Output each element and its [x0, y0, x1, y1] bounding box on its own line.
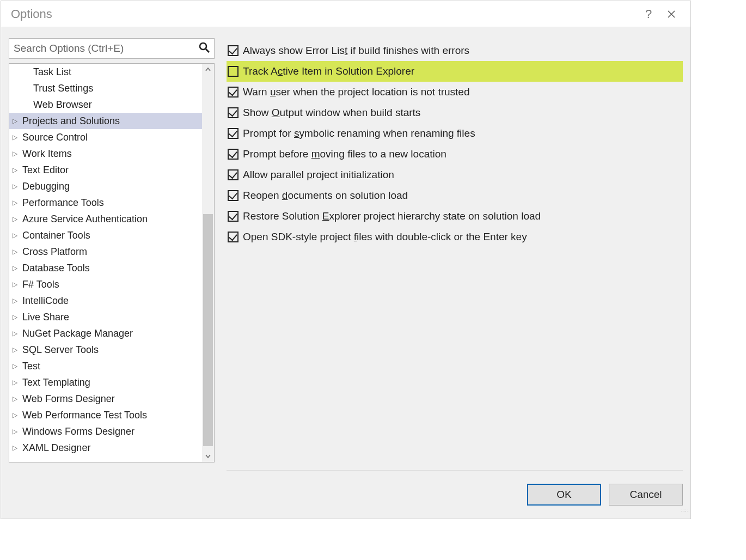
checkbox[interactable]	[228, 87, 239, 98]
tree-item-label: Azure Service Authentication	[22, 214, 148, 225]
tree-item[interactable]: ▷Projects and Solutions	[9, 113, 202, 129]
tree-item[interactable]: ▷Cross Platform	[9, 244, 202, 260]
tree-item[interactable]: ▷IntelliCode	[9, 293, 202, 309]
help-icon[interactable]: ?	[637, 3, 660, 26]
setting-label[interactable]: Warn user when the project location is n…	[243, 86, 469, 98]
search-box[interactable]	[9, 38, 215, 59]
tree-item[interactable]: ▷Text Editor	[9, 162, 202, 178]
checkbox[interactable]	[228, 45, 239, 56]
options-tree: Task ListTrust SettingsWeb Browser▷Proje…	[9, 63, 215, 462]
close-icon[interactable]	[660, 3, 683, 26]
tree-item-label: Container Tools	[22, 230, 90, 241]
tree-item[interactable]: ▷XAML Designer	[9, 440, 202, 456]
tree-item[interactable]: ▷NuGet Package Manager	[9, 325, 202, 342]
expander-icon[interactable]: ▷	[13, 248, 19, 255]
tree-item-label: Live Share	[22, 312, 69, 323]
expander-icon[interactable]: ▷	[13, 346, 19, 354]
tree-item-label: NuGet Package Manager	[22, 328, 133, 339]
setting-label[interactable]: Reopen documents on solution load	[243, 190, 408, 202]
setting-label[interactable]: Allow parallel project initialization	[243, 169, 394, 181]
tree-item[interactable]: ▷Windows Forms Designer	[9, 423, 202, 440]
expander-icon[interactable]: ▷	[13, 411, 19, 419]
expander-icon[interactable]: ▷	[13, 362, 19, 370]
tree-item[interactable]: Web Browser	[9, 96, 202, 113]
expander-icon[interactable]: ▷	[13, 444, 19, 452]
tree-item[interactable]: ▷Azure Service Authentication	[9, 211, 202, 227]
expander-icon[interactable]: ▷	[13, 281, 19, 288]
scroll-up-icon[interactable]	[202, 64, 214, 76]
tree-item[interactable]: ▷Source Control	[9, 129, 202, 145]
tree-item[interactable]: ▷Container Tools	[9, 227, 202, 244]
cancel-button[interactable]: Cancel	[609, 484, 683, 506]
tree-item[interactable]: ▷Debugging	[9, 178, 202, 194]
search-icon[interactable]	[199, 42, 210, 56]
tree-item[interactable]: ▷SQL Server Tools	[9, 342, 202, 358]
resize-grip-icon[interactable]: ∷∷	[681, 509, 689, 517]
tree-item[interactable]: Trust Settings	[9, 80, 202, 96]
expander-icon[interactable]: ▷	[13, 117, 19, 125]
tree-item-label: Test	[22, 361, 40, 372]
setting-label[interactable]: Prompt for symbolic renaming when renami…	[243, 127, 475, 139]
setting-label[interactable]: Prompt before moving files to a new loca…	[243, 148, 447, 160]
checkbox[interactable]	[228, 128, 239, 139]
checkbox[interactable]	[228, 211, 239, 222]
expander-icon[interactable]: ▷	[13, 428, 19, 435]
setting-row: Reopen documents on solution load	[227, 185, 683, 206]
tree-item[interactable]: ▷Web Forms Designer	[9, 391, 202, 407]
scroll-thumb[interactable]	[203, 214, 213, 446]
setting-label[interactable]: Always show Error List if build finishes…	[243, 45, 469, 57]
tree-item-label: Debugging	[22, 181, 70, 192]
setting-label[interactable]: Open SDK-style project files with double…	[243, 231, 527, 243]
setting-row: Show Output window when build starts	[227, 102, 683, 123]
setting-row: Warn user when the project location is n…	[227, 82, 683, 102]
expander-icon[interactable]: ▷	[13, 395, 19, 403]
titlebar: Options ?	[1, 1, 690, 27]
tree-item[interactable]: ▷Web Performance Test Tools	[9, 407, 202, 423]
setting-row: Track Active Item in Solution Explorer	[227, 61, 683, 82]
ok-button[interactable]: OK	[527, 484, 601, 506]
expander-icon[interactable]: ▷	[13, 133, 19, 141]
checkbox[interactable]	[228, 232, 239, 242]
checkbox[interactable]	[228, 107, 239, 118]
tree-item[interactable]: ▷Text Templating	[9, 374, 202, 391]
tree-item-label: Text Editor	[22, 165, 69, 176]
tree-scrollbar[interactable]	[202, 64, 214, 462]
dialog-footer: OK Cancel	[227, 470, 683, 519]
expander-icon[interactable]: ▷	[13, 199, 19, 206]
tree-item-label: Windows Forms Designer	[22, 426, 134, 437]
tree-item[interactable]: ▷Test	[9, 358, 202, 374]
checkbox[interactable]	[228, 169, 239, 180]
expander-icon[interactable]: ▷	[13, 166, 19, 174]
tree-item[interactable]: ▷Performance Tools	[9, 194, 202, 211]
expander-icon[interactable]: ▷	[13, 313, 19, 321]
setting-row: Prompt before moving files to a new loca…	[227, 144, 683, 165]
setting-label[interactable]: Restore Solution Explorer project hierar…	[243, 210, 541, 222]
tree-item[interactable]: ▷Work Items	[9, 145, 202, 162]
expander-icon[interactable]: ▷	[13, 215, 19, 223]
tree-item-label: Web Forms Designer	[22, 393, 115, 405]
scroll-down-icon[interactable]	[202, 450, 214, 462]
expander-icon[interactable]: ▷	[13, 182, 19, 190]
expander-icon[interactable]: ▷	[13, 379, 19, 386]
checkbox[interactable]	[228, 149, 239, 160]
setting-label[interactable]: Show Output window when build starts	[243, 107, 420, 119]
checkbox[interactable]	[228, 190, 239, 201]
tree-item[interactable]: ▷F# Tools	[9, 276, 202, 293]
tree-item-label: Task List	[33, 66, 71, 78]
tree-item[interactable]: Task List	[9, 64, 202, 80]
tree-item-label: Database Tools	[22, 263, 90, 274]
expander-icon[interactable]: ▷	[13, 297, 19, 305]
tree-item-label: Web Performance Test Tools	[22, 410, 147, 421]
expander-icon[interactable]: ▷	[13, 330, 19, 337]
tree-item-label: Work Items	[22, 148, 72, 160]
search-input[interactable]	[14, 39, 199, 58]
tree-item[interactable]: ▷Live Share	[9, 309, 202, 325]
tree-item[interactable]: ▷Database Tools	[9, 260, 202, 276]
expander-icon[interactable]: ▷	[13, 232, 19, 239]
expander-icon[interactable]: ▷	[13, 150, 19, 157]
expander-icon[interactable]: ▷	[13, 264, 19, 272]
setting-row: Always show Error List if build finishes…	[227, 40, 683, 61]
setting-row: Open SDK-style project files with double…	[227, 227, 683, 247]
setting-label[interactable]: Track Active Item in Solution Explorer	[243, 65, 414, 77]
checkbox[interactable]	[228, 66, 239, 77]
